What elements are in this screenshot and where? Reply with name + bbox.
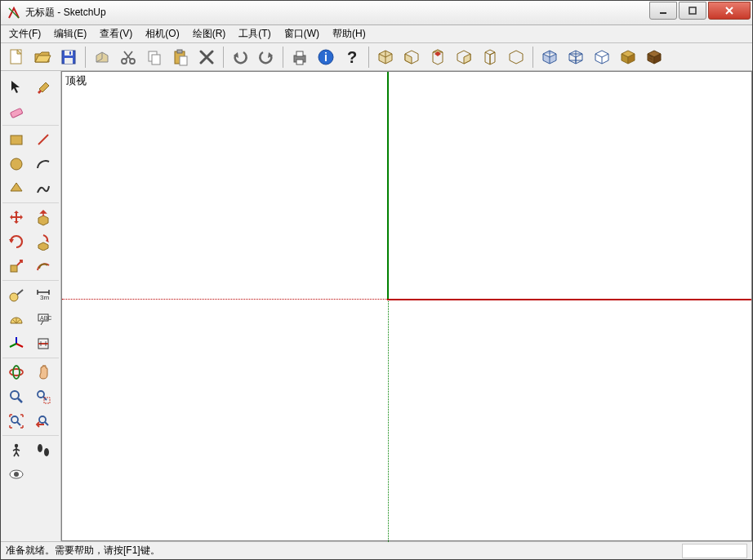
svg-point-35 [39,416,46,423]
cut-icon[interactable] [116,45,140,69]
content-area: 3m ABC [1,71,752,541]
svg-point-37 [38,444,42,452]
model-info-icon[interactable] [90,45,114,69]
offset-tool-icon[interactable] [29,254,56,278]
svg-rect-13 [180,56,187,65]
top-view-icon[interactable] [426,45,450,69]
redo-icon[interactable] [254,45,278,69]
axes-tool-icon[interactable] [2,331,29,356]
statusbar: 准备就绪。需要帮助，请按[F1]键。 [1,541,752,559]
hidden-line-icon[interactable] [590,45,614,69]
svg-rect-1 [689,7,696,14]
eraser-tool-icon[interactable] [2,99,29,123]
freehand-tool-icon[interactable] [29,176,56,201]
vcruler-pane [682,544,747,558]
look-around-tool-icon[interactable] [2,462,29,487]
svg-point-40 [14,472,19,477]
text-tool-icon[interactable]: ABC [29,307,56,331]
rectangle-tool-icon[interactable] [2,127,29,152]
view-label: 顶视 [65,73,87,88]
print-icon[interactable] [287,45,312,69]
red-axis-dotted [62,299,387,300]
viewport[interactable]: 顶视 [61,71,752,541]
rotate-tool-icon[interactable] [2,229,29,254]
zoom-window-tool-icon[interactable] [29,384,56,409]
svg-rect-5 [65,58,73,64]
minimize-button[interactable] [649,2,677,20]
menu-window[interactable]: 窗口(W) [278,25,326,42]
shaded-textures-icon[interactable] [642,45,666,69]
green-axis-dotted [388,299,389,542]
arc-tool-icon[interactable] [29,152,56,176]
svg-rect-10 [152,55,160,64]
position-camera-tool-icon[interactable] [2,438,29,462]
iso-view-icon[interactable] [373,45,398,69]
svg-point-38 [44,448,49,456]
paint-tool-icon[interactable] [29,74,56,99]
pan-tool-icon[interactable] [29,360,56,384]
red-axis [387,299,751,300]
tape-tool-icon[interactable] [2,282,29,307]
close-button[interactable] [708,2,751,20]
svg-point-29 [10,369,23,376]
menu-draw[interactable]: 绘图(R) [186,25,233,42]
menu-file[interactable]: 文件(F) [2,25,47,42]
menu-tools[interactable]: 工具(T) [232,25,277,42]
svg-rect-4 [65,51,73,56]
svg-rect-6 [69,51,71,55]
delete-icon[interactable] [194,45,219,69]
svg-rect-21 [11,136,22,144]
pushpull-tool-icon[interactable] [29,205,56,229]
side-toolbar: 3m ABC [1,71,61,541]
status-text: 准备就绪。需要帮助，请按[F1]键。 [6,544,160,558]
wireframe-icon[interactable] [564,45,588,69]
protractor-tool-icon[interactable] [2,307,29,331]
shaded-icon[interactable] [616,45,640,69]
svg-rect-23 [11,265,17,272]
scale-tool-icon[interactable] [2,254,29,278]
line-tool-icon[interactable] [29,127,56,152]
svg-rect-16 [296,60,303,64]
followme-tool-icon[interactable] [29,229,56,254]
previous-view-tool-icon[interactable] [29,409,56,433]
walk-tool-icon[interactable] [29,438,56,462]
right-view-icon[interactable] [452,45,476,69]
paste-icon[interactable] [168,45,193,69]
polygon-tool-icon[interactable] [2,176,29,201]
svg-text:i: i [324,51,327,64]
menubar: 文件(F) 编辑(E) 查看(V) 相机(O) 绘图(R) 工具(T) 窗口(W… [1,25,752,43]
app-icon [7,7,20,20]
menu-camera[interactable]: 相机(O) [139,25,185,42]
help-icon[interactable]: ? [340,45,364,69]
xray-icon[interactable] [537,45,562,69]
zoom-extents-tool-icon[interactable] [2,409,29,433]
open-icon[interactable] [30,45,55,69]
back-view-icon[interactable] [478,45,502,69]
svg-point-30 [13,366,20,379]
select-tool-icon[interactable] [2,74,29,99]
move-tool-icon[interactable] [2,205,29,229]
maximize-button[interactable] [679,2,706,20]
app-window: 无标题 - SketchUp 文件(F) 编辑(E) 查看(V) 相机(O) 绘… [0,0,753,560]
new-icon[interactable] [4,45,29,69]
zoom-tool-icon[interactable] [2,384,29,409]
svg-text:ABC: ABC [40,315,51,321]
svg-rect-15 [296,51,303,56]
svg-rect-12 [177,50,182,53]
svg-point-36 [14,444,17,447]
front-view-icon[interactable] [399,45,424,69]
circle-tool-icon[interactable] [2,152,29,176]
orbit-tool-icon[interactable] [2,360,29,384]
svg-point-34 [11,416,18,423]
dimension-tool-icon[interactable]: 3m [29,282,56,307]
copy-icon[interactable] [142,45,167,69]
save-icon[interactable] [56,45,81,69]
menu-edit[interactable]: 编辑(E) [47,25,93,42]
info-icon[interactable]: i [314,45,338,69]
undo-icon[interactable] [228,45,252,69]
menu-help[interactable]: 帮助(H) [326,25,372,42]
left-view-icon[interactable] [504,45,528,69]
menu-view[interactable]: 查看(V) [93,25,139,42]
section-tool-icon[interactable] [29,331,56,356]
window-controls [649,2,751,20]
